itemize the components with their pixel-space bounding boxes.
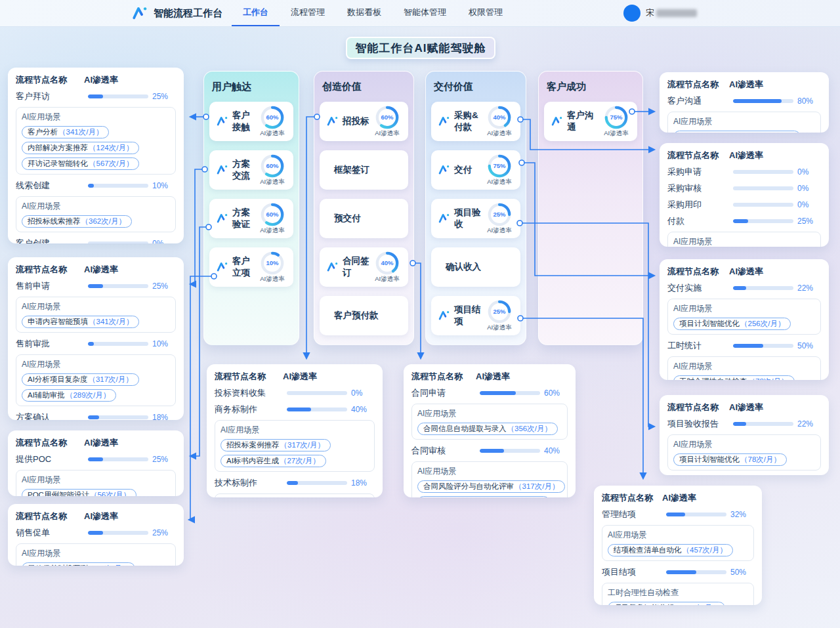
scenario-chip[interactable]: AI分析项目复杂度（317次/月） (22, 373, 139, 386)
process-node-name: 线索创建 (16, 180, 84, 192)
col-node-name: 流程节点名称 (667, 266, 729, 278)
scenario-chip[interactable]: 工时合理性自动检查（78次/月） (673, 375, 795, 380)
penetration-value: 25% (152, 528, 176, 537)
node-project-closing[interactable]: 项目结项 25%AI渗透率 (431, 296, 520, 335)
detail-card-poc: 流程节点名称AI渗透率 提供POC25% AI应用场景 POC用例智能设计（56… (8, 430, 184, 496)
scenario-label: AI应用场景 (417, 466, 562, 477)
scenario-chip[interactable]: 内部解决方案推荐（124次/月） (22, 142, 139, 154)
node-revenue-confirm[interactable]: 确认收入 (431, 247, 520, 287)
ai-logo-icon (216, 261, 229, 274)
node-customer-communication[interactable]: 客户沟通 75%AI渗透率 (544, 102, 637, 141)
node-frame-signing[interactable]: 框架签订 (320, 150, 408, 190)
scenario-chip[interactable]: 项目计划智能优化（256次/月） (673, 318, 791, 330)
process-row: 合同申请60% (411, 387, 568, 399)
scenario-chip[interactable]: 招投标线索推荐（362次/月） (22, 215, 132, 228)
tab-permission-mgmt[interactable]: 权限管理 (457, 0, 514, 26)
col-node-name: 流程节点名称 (667, 150, 729, 161)
node-procurement-payment[interactable]: 采购&付款 40%AI渗透率 (431, 102, 520, 141)
stage-title: 客户成功 (547, 81, 635, 93)
svg-text:40%: 40% (493, 114, 506, 121)
donut-label: AI渗透率 (260, 178, 284, 186)
donut-chart: 60% (260, 154, 285, 178)
scenario-chip[interactable]: 拜访记录智能转化（567次/月） (22, 157, 139, 170)
ai-scenario-box: 工时合理性自动检查 项目复盘智能分析（490次/月） 知识自动提炼与归档（490… (602, 583, 754, 605)
node-delivery[interactable]: 交付 75%AI渗透率 (431, 150, 520, 190)
tab-process-mgmt[interactable]: 流程管理 (280, 0, 336, 26)
svg-text:25%: 25% (493, 211, 506, 218)
stage-user-reach: 用户触达 客户接触 60%AI渗透率 方案交流 60%AI渗透率 方案验证 60… (203, 71, 299, 345)
tab-workbench[interactable]: 工作台 (232, 0, 280, 26)
detail-card-closing: 流程节点名称AI渗透率 管理结项32% AI应用场景 结项检查清单自动化（457… (594, 486, 762, 605)
process-node-name: 项目结项 (602, 566, 662, 578)
node-solution-exchange[interactable]: 方案交流 60%AI渗透率 (209, 150, 293, 190)
svg-text:25%: 25% (493, 308, 506, 315)
penetration-bar (733, 203, 793, 207)
node-name: 确认收入 (446, 261, 515, 273)
process-row: 投标资料收集0% (215, 387, 375, 399)
col-rate: AI渗透率 (662, 492, 754, 504)
svg-text:10%: 10% (266, 259, 279, 266)
ai-logo-icon (216, 212, 229, 225)
col-rate: AI渗透率 (729, 79, 821, 91)
ai-scenario-box: AI应用场景 AI分析项目复杂度（317次/月） AI辅助审批（289次/月） (16, 354, 176, 406)
process-row: 付款25% (667, 215, 821, 227)
scenario-chip[interactable]: 智能聊天客服/机器人（879次/月） (673, 131, 801, 133)
scenario-label: AI应用场景 (220, 425, 369, 436)
scenario-chip[interactable]: 合同信息自动提取与录入（356次/月） (417, 423, 558, 435)
node-customer-initiation[interactable]: 客户立项 10%AI渗透率 (209, 247, 293, 287)
scenario-chip[interactable]: 申请内容智能预填（341次/月） (22, 316, 139, 328)
scenario-label: AI应用场景 (22, 474, 170, 486)
node-project-acceptance[interactable]: 项目验收 25%AI渗透率 (431, 199, 520, 238)
scenario-chip[interactable]: 合同案例入选自动评估（286次/月） (417, 496, 550, 497)
process-row: 售前申请25% (16, 280, 176, 292)
node-customer-contact[interactable]: 客户接触 60%AI渗透率 (209, 102, 293, 141)
scenario-chip[interactable]: AI辅助审批（289次/月） (22, 389, 116, 402)
process-row: 项目结项50% (602, 566, 754, 578)
donut-label: AI渗透率 (487, 178, 511, 186)
col-node-name: 流程节点名称 (16, 264, 84, 276)
app-logo[interactable]: 智能流程工作台 (131, 5, 222, 22)
node-name: 客户接触 (232, 110, 257, 133)
process-row: 采购用印0% (667, 199, 821, 211)
node-name: 客户立项 (232, 255, 257, 279)
node-solution-verify[interactable]: 方案验证 60%AI渗透率 (209, 199, 293, 238)
donut-label: AI渗透率 (487, 226, 511, 235)
scenario-chip[interactable]: 客户分析（341次/月） (22, 126, 109, 138)
detail-card-customer-visit: 流程节点名称AI渗透率 客户拜访25% AI应用场景 客户分析（341次/月） … (8, 68, 184, 243)
scenario-chip[interactable]: 项目计划智能优化（78次/月） (673, 453, 787, 466)
process-node-name: 客户创建 (16, 238, 84, 243)
page-title: 智能工作台AI赋能驾驶舱 (346, 37, 495, 59)
ai-logo-icon (326, 261, 339, 274)
scenario-chip[interactable]: POC用例智能设计（56次/月） (22, 489, 136, 496)
process-node-name: 售前审批 (16, 338, 84, 350)
detail-card-procurement: 流程节点名称AI渗透率 采购申请0% 采购审核0% 采购用印0% 付款25% A… (660, 143, 829, 247)
ai-logo-icon (551, 115, 564, 128)
stage-create-value: 创造价值 招投标 60%AI渗透率 框架签订 预交付 合同签订 40%AI渗透率… (314, 71, 414, 345)
scenario-chip[interactable]: AI标书内容生成（27次/月） (220, 455, 326, 467)
scenario-label: AI应用场景 (22, 548, 170, 559)
scenario-chip[interactable]: 项目复盘智能分析（490次/月） (608, 602, 725, 605)
user-box[interactable]: 宋 (623, 5, 697, 22)
node-name: 客户预付款 (334, 310, 403, 322)
process-node-name: 客户沟通 (667, 95, 729, 107)
scenario-chip[interactable]: 结项检查清单自动化（457次/月） (608, 544, 733, 556)
donut-label: AI渗透率 (487, 129, 511, 138)
penetration-value: 25% (152, 92, 176, 101)
node-customer-prepayment[interactable]: 客户预付款 (320, 296, 408, 335)
ai-logo-icon (131, 5, 149, 22)
scenario-chip[interactable]: 合同风险评分与自动化评审（317次/月） (417, 480, 565, 493)
avatar[interactable] (623, 5, 640, 22)
user-name: 宋 (646, 7, 697, 19)
scenario-chip[interactable]: 最佳促单时机预测（56次/月） (22, 562, 135, 566)
node-pre-delivery[interactable]: 预交付 (320, 199, 408, 238)
scenario-chip[interactable]: 招投标案例推荐（317次/月） (220, 439, 331, 451)
node-contract-signing[interactable]: 合同签订 40%AI渗透率 (320, 247, 408, 287)
penetration-bar (733, 170, 793, 174)
process-row: 管理结项32% (602, 509, 754, 520)
tab-agent-mgmt[interactable]: 智能体管理 (392, 0, 457, 26)
penetration-bar (88, 342, 148, 346)
penetration-bar (480, 391, 540, 395)
penetration-bar (88, 284, 148, 288)
node-bidding[interactable]: 招投标 60%AI渗透率 (320, 102, 408, 141)
tab-data-dashboard[interactable]: 数据看板 (336, 0, 392, 26)
